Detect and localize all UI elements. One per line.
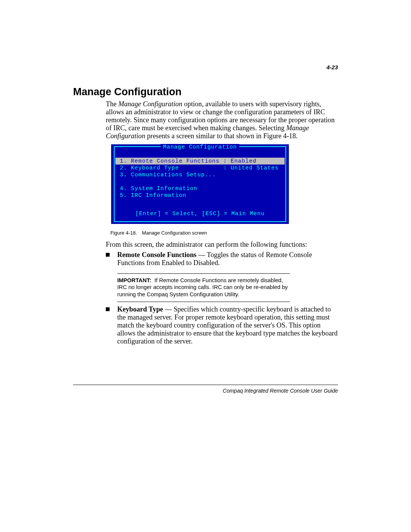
console-footer-hint: [Enter] = Select, [ESC] = Main Menu (115, 211, 285, 217)
console-title: Manage Configuration (161, 144, 239, 150)
intro-emphasis-1: Manage Configuration (118, 100, 182, 108)
console-item-4: 4. System Information (115, 185, 285, 192)
bullet-square-icon (106, 251, 117, 267)
intro-text-post: presents a screen similar to that shown … (145, 132, 298, 140)
document-page: 4-23 Manage Configuration The Manage Con… (0, 0, 411, 532)
important-label: IMPORTANT: (117, 277, 151, 283)
console-screenshot: Manage Configuration 1. Remote Console F… (110, 144, 290, 225)
intro-text-pre: The (106, 100, 118, 108)
console-gap (115, 178, 285, 185)
intro-paragraph: The Manage Configuration option, availab… (106, 100, 338, 140)
bullet-item-keyboard-type: Keyboard Type — Specifies which country-… (106, 305, 338, 345)
bullet-bold: Remote Console Functions (117, 251, 196, 259)
followup-paragraph: From this screen, the administrator can … (106, 241, 338, 249)
section-heading: Manage Configuration (73, 86, 182, 98)
bullet-text: Keyboard Type — Specifies which country-… (117, 305, 338, 345)
console-title-wrap: Manage Configuration (115, 143, 285, 150)
console-item-5: 5. IRC Information (115, 192, 285, 199)
bullet-text: Remote Console Functions — Toggles the s… (117, 251, 338, 267)
bullet-bold: Keyboard Type (117, 305, 163, 313)
bullet-item-remote-console: Remote Console Functions — Toggles the s… (106, 251, 338, 267)
console-item-3: 3. Communications Setup... (115, 171, 285, 178)
figure-caption: Figure 4-18. Manage Configuration screen (110, 230, 207, 236)
footer-text: Compaq Integrated Remote Console User Gu… (223, 388, 338, 394)
svg-rect-1 (106, 307, 110, 311)
bullet-square-icon (106, 305, 117, 345)
svg-rect-0 (106, 253, 110, 257)
console-item-2: 2. Keyboard Type : United States (115, 165, 285, 171)
console-border: Manage Configuration 1. Remote Console F… (114, 146, 286, 222)
footer-rule (73, 385, 338, 385)
page-number: 4-23 (327, 64, 338, 70)
console-menu: 1. Remote Console Functions : Enabled 2.… (115, 158, 285, 199)
console-item-1: 1. Remote Console Functions : Enabled (115, 158, 285, 165)
important-note: IMPORTANT: If Remote Console Functions a… (117, 273, 290, 302)
